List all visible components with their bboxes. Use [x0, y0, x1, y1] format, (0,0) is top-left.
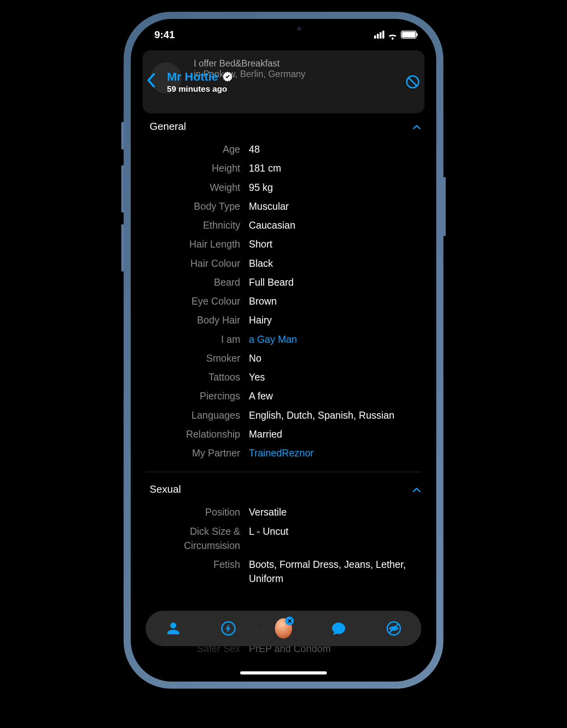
profile-row: LanguagesEnglish, Dutch, Spanish, Russia… [143, 406, 424, 425]
profile-row: Height181 cm [143, 159, 424, 177]
row-value: Married [249, 427, 424, 441]
sexual-rows: PositionVersatileDick Size & Circumsisio… [143, 503, 424, 588]
back-button[interactable] [146, 72, 155, 92]
row-value: Caucasian [249, 218, 424, 232]
row-value: Brown [249, 294, 424, 308]
row-value: Yes [249, 370, 424, 384]
row-value: Full Beard [249, 275, 424, 289]
section-general-header[interactable]: General [143, 113, 424, 140]
row-value: A few [249, 389, 424, 403]
row-value: No [249, 351, 424, 365]
row-value[interactable]: TrainedReznor [249, 446, 424, 460]
profile-row: Hair ColourBlack [143, 254, 424, 273]
timestamp: 59 minutes ago [167, 84, 233, 94]
nav-chat-icon[interactable] [329, 619, 348, 638]
row-value: English, Dutch, Spanish, Russian [249, 408, 424, 422]
row-value: Short [249, 237, 424, 251]
row-value: Hairy [249, 313, 424, 327]
nav-center-button[interactable]: ✕ [274, 619, 293, 638]
profile-header: Mr Hottie 59 minutes ago [131, 62, 436, 102]
general-rows: Age48Height181 cmWeight95 kgBody TypeMus… [143, 140, 424, 462]
row-value: 95 kg [249, 180, 424, 194]
close-icon[interactable]: ✕ [285, 617, 294, 625]
row-label: Languages [143, 408, 249, 422]
verified-badge-icon [222, 71, 233, 82]
profile-row: EthnicityCaucasian [143, 216, 424, 235]
profile-name[interactable]: Mr Hottie [167, 70, 233, 83]
profile-row: Age48 [143, 140, 424, 159]
row-label: Position [143, 505, 249, 519]
row-label: Age [143, 142, 249, 156]
row-label: I am [143, 332, 249, 346]
row-value: Muscular [249, 199, 424, 213]
profile-row: PiercingsA few [143, 386, 424, 405]
profile-row: Dick Size & CircumsisionL - Uncut [143, 522, 424, 555]
profile-row: SmokerNo [143, 349, 424, 368]
row-value: 48 [249, 142, 424, 156]
nav-bolt-icon[interactable] [219, 619, 238, 638]
profile-row: Hair LengthShort [143, 235, 424, 253]
nav-profile-icon[interactable] [164, 619, 183, 638]
phone-frame: 9:41 I offer Bed&Breakfast in Pankow, Be… [124, 12, 443, 689]
title-block: Mr Hottie 59 minutes ago [167, 70, 233, 94]
row-label: Body Hair [143, 313, 249, 327]
row-label: Beard [143, 275, 249, 289]
cellular-icon [374, 31, 384, 39]
section-title: Sexual [150, 483, 181, 495]
row-label: Relationship [143, 427, 249, 441]
row-label: Eye Colour [143, 294, 249, 308]
row-value: Black [249, 256, 424, 270]
profile-row: I ama Gay Man [143, 330, 424, 349]
row-value: Boots, Formal Dress, Jeans, Lether, Unif… [249, 557, 424, 586]
screen: 9:41 I offer Bed&Breakfast in Pankow, Be… [131, 19, 436, 682]
row-label: Hair Colour [143, 256, 249, 270]
side-button [121, 165, 124, 212]
profile-row: PositionVersatile [143, 503, 424, 521]
block-button[interactable] [405, 74, 421, 90]
side-button [121, 224, 124, 272]
profile-row: Body TypeMuscular [143, 197, 424, 216]
row-label: Dick Size & Circumsision [143, 524, 249, 553]
section-title: General [150, 120, 186, 133]
row-label: Fetish [143, 557, 249, 586]
row-label: Smoker [143, 351, 249, 365]
status-right [374, 31, 417, 39]
row-label: Ethnicity [143, 218, 249, 232]
profile-row: BeardFull Beard [143, 273, 424, 292]
row-label: My Partner [143, 446, 249, 460]
row-value[interactable]: a Gay Man [249, 332, 424, 346]
wifi-icon [387, 31, 398, 39]
profile-content[interactable]: General Age48Height181 cmWeight95 kgBody… [131, 113, 436, 682]
chevron-up-icon [413, 484, 421, 495]
battery-icon [401, 31, 417, 39]
nav-hidden-icon[interactable] [384, 619, 403, 638]
status-time: 9:41 [154, 29, 175, 41]
profile-row: Body HairHairy [143, 310, 424, 329]
row-label: Tattoos [143, 370, 249, 384]
notch [230, 19, 337, 39]
home-indicator[interactable] [240, 671, 327, 674]
chevron-up-icon [413, 122, 421, 132]
row-value: L - Uncut [249, 524, 424, 553]
section-sexual-header[interactable]: Sexual [143, 476, 424, 503]
profile-row: Weight95 kg [143, 178, 424, 197]
row-label: Weight [143, 180, 249, 194]
row-label: Hair Length [143, 237, 249, 251]
camera-icon [296, 26, 302, 31]
profile-row: FetishBoots, Formal Dress, Jeans, Lether… [143, 555, 424, 588]
svg-line-1 [408, 78, 417, 86]
nav-center-avatar: ✕ [274, 617, 293, 639]
profile-row: Eye ColourBrown [143, 292, 424, 310]
row-label: Height [143, 161, 249, 175]
row-label: Piercings [143, 389, 249, 403]
row-value: 181 cm [249, 161, 424, 175]
divider [146, 472, 421, 472]
bottom-nav: ✕ [146, 611, 421, 646]
profile-row: My PartnerTrainedReznor [143, 443, 424, 462]
row-value: Versatile [249, 505, 424, 519]
profile-row: TattoosYes [143, 368, 424, 386]
row-label: Body Type [143, 199, 249, 213]
profile-row: RelationshipMarried [143, 425, 424, 443]
